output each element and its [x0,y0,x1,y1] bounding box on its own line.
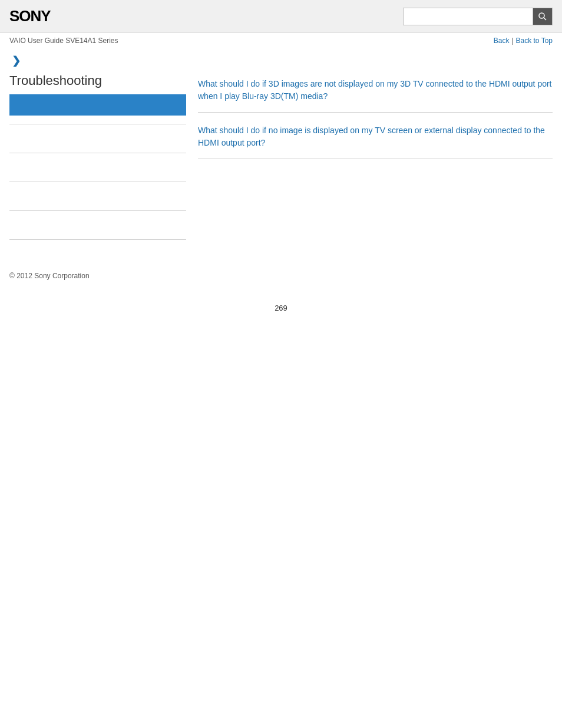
copyright-text: © 2012 Sony Corporation [9,272,90,280]
svg-point-0 [539,13,544,18]
footer: © 2012 Sony Corporation [0,260,562,286]
search-icon [538,12,547,21]
back-link[interactable]: Back [494,37,510,45]
back-to-top-link[interactable]: Back to Top [516,37,553,45]
sidebar-item-2[interactable] [9,162,186,173]
sidebar: ❯ Troubleshooting [9,54,186,248]
search-button[interactable] [533,8,553,25]
search-area [403,8,553,25]
search-input[interactable] [403,8,533,25]
sidebar-divider-5 [9,239,186,240]
sony-logo: SONY [9,7,51,25]
sidebar-active-item[interactable] [9,94,186,116]
content-area: What should I do if 3D images are not di… [198,54,553,248]
breadcrumb: VAIO User Guide SVE14A1 Series [9,37,118,45]
nav-separator: | [511,37,513,45]
svg-line-1 [544,18,546,20]
page-number: 269 [0,286,562,324]
sidebar-divider-1 [9,124,186,124]
sidebar-chevron: ❯ [12,54,186,67]
sidebar-divider-3 [9,182,186,182]
content-link-1[interactable]: What should I do if 3D images are not di… [198,78,553,103]
sidebar-title: Troubleshooting [9,73,186,88]
main-container: ❯ Troubleshooting What should I do if 3D… [0,48,562,260]
sidebar-item-1[interactable] [9,133,186,144]
sidebar-item-3[interactable] [9,190,186,202]
sidebar-divider-4 [9,210,186,211]
nav-bar: VAIO User Guide SVE14A1 Series Back | Ba… [0,33,562,48]
content-divider-2 [198,159,553,159]
nav-links: Back | Back to Top [494,37,553,45]
content-link-2[interactable]: What should I do if no image is displaye… [198,124,553,149]
sidebar-divider-2 [9,153,186,153]
sidebar-item-4[interactable] [9,219,186,231]
header: SONY [0,0,562,33]
content-divider [198,112,553,113]
